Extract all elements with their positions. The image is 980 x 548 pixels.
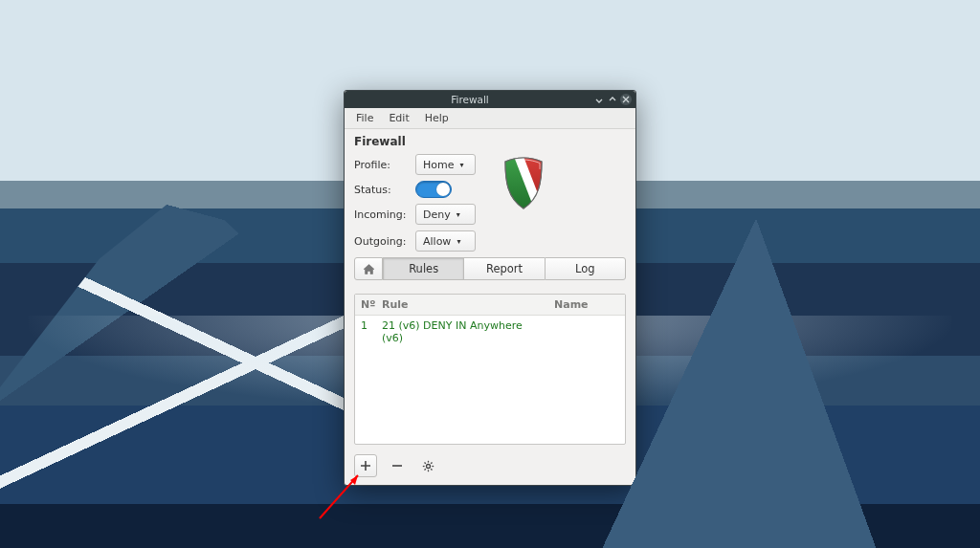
tabs: Rules Report Log (354, 257, 626, 280)
status-toggle[interactable] (415, 181, 452, 198)
svg-point-3 (426, 464, 430, 468)
bottom-toolbar (345, 449, 635, 485)
label-outgoing: Outgoing: (354, 235, 410, 248)
gear-icon (422, 460, 434, 472)
chevron-down-icon: ▾ (457, 210, 460, 219)
incoming-select-value: Deny (423, 208, 451, 221)
row-rule: 21 (v6) DENY IN Anywhere (v6) (376, 316, 548, 348)
settings-form: Profile: Home ▾ Status: Incoming: Deny ▾ (354, 154, 626, 252)
minus-icon (391, 460, 403, 471)
label-incoming: Incoming: (354, 208, 410, 221)
shield-icon (501, 156, 546, 211)
col-name[interactable]: Name (548, 295, 625, 315)
list-row[interactable]: 1 21 (v6) DENY IN Anywhere (v6) (355, 316, 625, 348)
tab-rules[interactable]: Rules (383, 257, 463, 280)
add-rule-button[interactable] (354, 454, 377, 477)
minimize-icon[interactable] (593, 94, 605, 105)
outgoing-select-value: Allow (423, 235, 451, 248)
outgoing-select[interactable]: Allow ▾ (415, 230, 476, 252)
window-title: Firewall (348, 94, 591, 105)
settings-button[interactable] (417, 455, 438, 476)
menu-help[interactable]: Help (417, 110, 457, 126)
plus-icon (360, 460, 371, 471)
firewall-window: Firewall File Edit Help Firewall Profile… (344, 90, 636, 486)
panel-heading: Firewall (354, 135, 626, 148)
menubar: File Edit Help (345, 108, 635, 129)
desktop-wallpaper: Firewall File Edit Help Firewall Profile… (0, 0, 980, 548)
incoming-select[interactable]: Deny ▾ (415, 204, 476, 225)
home-icon (363, 263, 375, 275)
titlebar[interactable]: Firewall (345, 91, 635, 108)
row-number: 1 (355, 316, 376, 348)
menu-edit[interactable]: Edit (381, 110, 416, 126)
profile-select[interactable]: Home ▾ (415, 154, 476, 175)
tab-log[interactable]: Log (545, 257, 626, 280)
close-icon[interactable] (620, 94, 632, 105)
label-status: Status: (354, 184, 410, 196)
tab-report[interactable]: Report (463, 257, 544, 280)
chevron-down-icon: ▾ (459, 161, 463, 169)
chevron-down-icon: ▾ (457, 237, 460, 246)
col-rule[interactable]: Rule (376, 295, 548, 315)
col-n[interactable]: Nº (355, 295, 376, 315)
profile-select-value: Home (423, 159, 454, 171)
main-panel: Firewall Profile: Home ▾ Status: Incomin… (345, 129, 635, 288)
menu-file[interactable]: File (348, 110, 381, 126)
tab-home[interactable] (354, 257, 383, 280)
rules-list[interactable]: Nº Rule Name 1 21 (v6) DENY IN Anywhere … (354, 294, 626, 445)
maximize-icon[interactable] (607, 94, 618, 105)
rules-list-header: Nº Rule Name (355, 295, 625, 316)
row-name (548, 316, 625, 348)
remove-rule-button[interactable] (387, 455, 408, 476)
label-profile: Profile: (354, 159, 410, 171)
